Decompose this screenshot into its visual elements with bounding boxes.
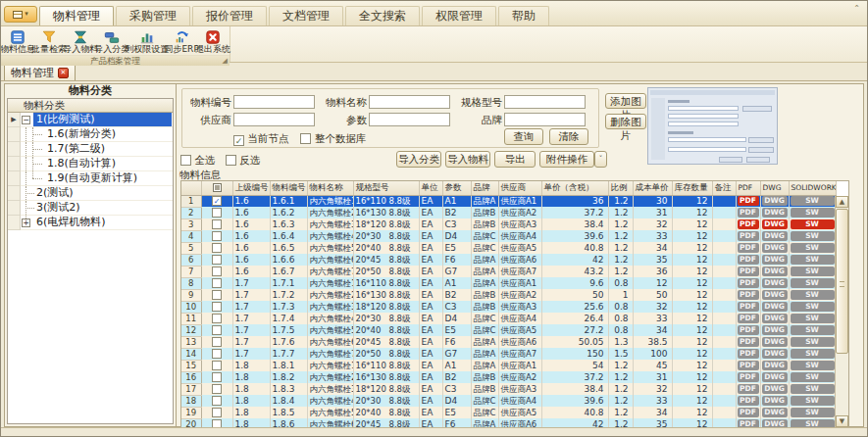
row-checkbox[interactable]: [212, 290, 222, 300]
pdf-badge[interactable]: PDF: [738, 337, 759, 347]
pdf-badge[interactable]: PDF: [738, 302, 759, 312]
table-row[interactable]: 111.71.7.4内六角螺栓420*308.8级EAD4品牌C供应商A426.…: [181, 313, 836, 324]
spec-model-input[interactable]: [504, 95, 586, 109]
column-permission-button[interactable]: 列权限设置: [128, 27, 166, 55]
row-checkbox[interactable]: [212, 231, 222, 241]
dwg-badge[interactable]: DWG: [762, 290, 788, 300]
tree-item[interactable]: 1.8(自动计算): [8, 157, 173, 171]
close-icon[interactable]: ✕: [58, 68, 69, 78]
add-image-button[interactable]: 添加图片: [605, 93, 646, 109]
dwg-badge[interactable]: DWG: [762, 302, 788, 312]
column-header-物料编号[interactable]: 物料编号: [270, 181, 307, 195]
sw-badge[interactable]: SW: [791, 384, 835, 394]
tree-item[interactable]: 3(测试2): [8, 201, 173, 216]
vertical-scrollbar[interactable]: ▲ ▼: [835, 196, 848, 427]
brand-input[interactable]: [504, 113, 586, 126]
sw-badge[interactable]: SW: [791, 337, 835, 347]
pdf-badge[interactable]: PDF: [738, 372, 759, 382]
menu-tab-帮助[interactable]: 帮助: [498, 6, 549, 25]
tree-item[interactable]: 1.6(新增分类): [8, 127, 173, 142]
select-all-checkbox[interactable]: 全选: [180, 154, 215, 168]
dwg-badge[interactable]: DWG: [762, 314, 788, 323]
row-checkbox[interactable]: [212, 337, 222, 347]
row-checkbox[interactable]: [212, 384, 222, 394]
exit-system-button[interactable]: 退出系统: [197, 27, 229, 55]
sw-badge[interactable]: SW: [791, 267, 835, 276]
table-row[interactable]: 191.81.8.5内六角螺栓520*408.8级EAE5品牌C供应商A540.…: [181, 407, 836, 418]
import-material-button[interactable]: 导入物料: [65, 27, 96, 55]
dwg-badge[interactable]: DWG: [762, 196, 788, 206]
scroll-down-icon[interactable]: ▼: [836, 415, 848, 427]
dwg-badge[interactable]: DWG: [762, 361, 788, 370]
document-tab-material[interactable]: 物料管理 ✕: [4, 64, 76, 80]
dwg-badge[interactable]: DWG: [762, 384, 788, 394]
batch-search-button[interactable]: 批量检索: [33, 27, 65, 55]
dwg-badge[interactable]: DWG: [762, 325, 788, 335]
row-checkbox[interactable]: [212, 255, 222, 265]
dwg-badge[interactable]: DWG: [762, 337, 788, 347]
table-row[interactable]: 51.61.6.5内六角螺栓520*408.8级EAE5品牌C供应商A540.8…: [181, 242, 836, 254]
sw-badge[interactable]: SW: [791, 314, 835, 323]
column-header-checkbox[interactable]: [201, 181, 232, 195]
sw-badge[interactable]: SW: [791, 361, 835, 370]
table-row[interactable]: 81.71.7.1内六角螺栓116*1108.8级EAA1品牌A供应商A19.6…: [181, 277, 836, 289]
sw-badge[interactable]: SW: [791, 196, 835, 206]
invert-select-checkbox[interactable]: 反选: [226, 154, 260, 168]
import-category-action-button[interactable]: 导入分类: [396, 151, 441, 168]
material-info-button[interactable]: 物料信息: [2, 27, 33, 55]
sw-badge[interactable]: SW: [791, 396, 835, 406]
dialog-launcher-icon[interactable]: ◢: [223, 58, 228, 65]
collapse-icon[interactable]: −: [22, 116, 30, 124]
column-header-库存数量[interactable]: 库存数量: [672, 181, 712, 195]
sw-badge[interactable]: SW: [791, 325, 835, 335]
sw-badge[interactable]: SW: [791, 243, 835, 253]
export-button[interactable]: 导出: [494, 151, 536, 168]
app-menu-button[interactable]: ▾: [4, 6, 37, 23]
column-header-SOLIDWORKS[interactable]: SOLIDWORKS: [789, 181, 836, 195]
table-row[interactable]: 1✓1.61.6.1内六角螺栓116*1108.8级EAA1品牌A供应商A136…: [181, 195, 836, 207]
pdf-badge[interactable]: PDF: [738, 408, 759, 417]
menu-tab-报价管理[interactable]: 报价管理: [192, 6, 267, 25]
dwg-badge[interactable]: DWG: [762, 219, 788, 229]
sw-badge[interactable]: SW: [791, 290, 835, 300]
dwg-badge[interactable]: DWG: [762, 267, 788, 276]
pdf-badge[interactable]: PDF: [738, 231, 759, 241]
dwg-badge[interactable]: DWG: [762, 255, 788, 265]
dwg-badge[interactable]: DWG: [762, 349, 788, 359]
row-checkbox[interactable]: [212, 361, 222, 370]
row-checkbox[interactable]: [212, 278, 222, 288]
sw-badge[interactable]: SW: [791, 302, 835, 312]
column-header-PDF[interactable]: PDF: [736, 181, 760, 195]
column-header-成本单价[interactable]: 成本单价: [633, 181, 672, 195]
column-header-品牌[interactable]: 品牌: [471, 181, 498, 195]
expand-icon[interactable]: +: [22, 218, 30, 227]
column-header-供应商[interactable]: 供应商: [498, 181, 541, 195]
table-row[interactable]: 101.71.7.3内六角螺栓318*1208.8级EAC3品牌B供应商A325…: [181, 301, 836, 313]
row-checkbox[interactable]: [212, 349, 222, 359]
delete-image-button[interactable]: 删除图片: [605, 114, 646, 129]
clear-button[interactable]: 清除: [549, 128, 588, 145]
table-row[interactable]: 151.81.8.1内六角螺栓116*1108.8级EAA1品牌A供应商A154…: [181, 360, 836, 371]
row-checkbox[interactable]: [212, 302, 222, 312]
dwg-badge[interactable]: DWG: [762, 278, 788, 288]
sw-badge[interactable]: SW: [791, 219, 835, 229]
attachment-dropdown-icon[interactable]: ˅: [594, 151, 607, 168]
column-header-参数[interactable]: 参数: [442, 181, 471, 195]
scrollbar-thumb[interactable]: [836, 209, 848, 354]
table-row[interactable]: 181.81.8.4内六角螺栓420*308.8级EAD4品牌C供应商A439.…: [181, 395, 836, 407]
pdf-badge[interactable]: PDF: [738, 219, 759, 229]
pdf-badge[interactable]: PDF: [738, 396, 759, 406]
column-header-备注[interactable]: 备注: [712, 181, 736, 195]
row-checkbox[interactable]: [212, 372, 222, 382]
sw-badge[interactable]: SW: [791, 255, 835, 265]
dwg-badge[interactable]: DWG: [762, 231, 788, 241]
sw-badge[interactable]: SW: [791, 231, 835, 241]
column-header-上级编号[interactable]: 上级编号: [232, 181, 270, 195]
param-input[interactable]: [369, 113, 450, 126]
column-header-比例[interactable]: 比例: [608, 181, 633, 195]
table-row[interactable]: 161.81.8.2内六角螺栓216*1308.8级EAB2品牌B供应商A237…: [181, 371, 836, 383]
pdf-badge[interactable]: PDF: [738, 278, 759, 288]
tree-item[interactable]: +6(电焊机物料): [8, 216, 173, 230]
pdf-badge[interactable]: PDF: [738, 384, 759, 394]
pdf-badge[interactable]: PDF: [738, 349, 759, 359]
